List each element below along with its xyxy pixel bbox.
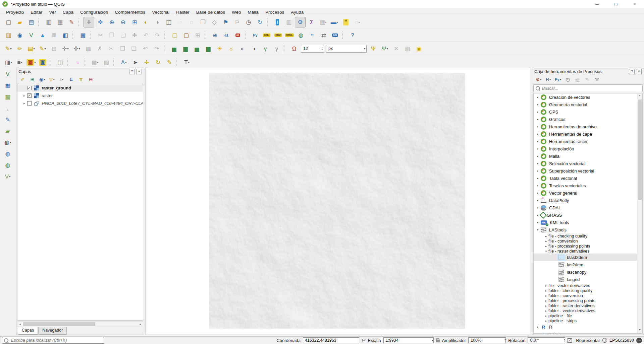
- toolbox-item-folder-checking-quality[interactable]: ▸folder - checking quality: [534, 288, 637, 293]
- scroll-left-icon[interactable]: ◂: [17, 323, 22, 326]
- filter-legend-dropdown-icon[interactable]: ▾: [53, 78, 54, 81]
- layer-item-raster[interactable]: ▸ ✓ raster: [17, 92, 143, 99]
- menu-ayuda[interactable]: Ayuda: [287, 9, 307, 15]
- open-attribute-table-dropdown-icon[interactable]: ▾: [325, 21, 327, 24]
- toolbox-vertical-scrollbar[interactable]: ▴ ▾: [637, 93, 642, 333]
- scroll-right-icon[interactable]: ▸: [138, 323, 143, 326]
- add-delimited-text-layer-icon[interactable]: ≣: [49, 30, 59, 41]
- kmz-export-icon[interactable]: KMZ: [273, 30, 283, 41]
- paste-features-edit-icon[interactable]: ❏: [128, 43, 139, 54]
- python-console-icon[interactable]: Py: [250, 30, 261, 41]
- add-vector-layer-icon[interactable]: V: [26, 30, 37, 41]
- toolbox-item-malla[interactable]: ▸Malla: [534, 152, 637, 160]
- select-features-icon[interactable]: ▥: [283, 17, 294, 27]
- expand-arrow-icon[interactable]: ▸: [544, 234, 548, 238]
- expand-arrow-icon[interactable]: ▸: [535, 191, 540, 195]
- coordinate-input[interactable]: [303, 337, 359, 343]
- layer-checkbox-unchecked[interactable]: ✓: [27, 101, 32, 106]
- pan-map-icon[interactable]: ✛: [84, 17, 94, 27]
- geometry-checker-icon[interactable]: ▣: [414, 43, 424, 54]
- add-record-icon[interactable]: ⊞: [49, 43, 59, 54]
- menu-malla[interactable]: Malla: [245, 9, 262, 15]
- raster-calculator-icon[interactable]: ▩▾: [90, 57, 100, 68]
- filter-legend-icon[interactable]: ▽▾: [47, 75, 56, 84]
- new-spatial-bookmark-icon[interactable]: ⚑: [220, 17, 231, 27]
- expand-arrow-icon[interactable]: ▸: [535, 184, 540, 187]
- expand-all-icon[interactable]: ⇊: [67, 75, 76, 84]
- expand-arrow-icon[interactable]: ▸: [544, 294, 548, 297]
- copy-features-icon[interactable]: ❐: [106, 30, 117, 41]
- open-attribute-table-icon[interactable]: ▦▾: [318, 17, 328, 27]
- add-xyz-layer-side-icon[interactable]: ◍: [2, 148, 13, 159]
- menu-base-de-datos[interactable]: Base de datos: [193, 9, 228, 15]
- expand-arrow-icon[interactable]: ▸: [535, 162, 540, 165]
- toolbox-item-gps[interactable]: ▸GPS: [534, 108, 637, 116]
- toolbox-item-pipeline-strips[interactable]: ▸pipeline - strips: [534, 318, 637, 323]
- data-source-manager-icon[interactable]: ▥: [3, 30, 14, 41]
- map-tips-icon[interactable]: ❝: [340, 17, 351, 27]
- metasearch-catalog-icon[interactable]: ◉: [14, 30, 25, 41]
- tab-capas[interactable]: Capas: [18, 327, 38, 335]
- expand-arrow-icon[interactable]: ▸: [535, 325, 540, 329]
- manage-map-themes-icon[interactable]: ◉▾: [38, 75, 47, 84]
- menu-configuracion[interactable]: Configuración: [77, 9, 111, 15]
- processing-options-icon[interactable]: ⚒: [592, 75, 601, 84]
- refresh-map-icon[interactable]: ↻: [255, 17, 265, 27]
- expand-arrow-icon[interactable]: ▸: [544, 319, 548, 323]
- measure-line-dropdown-icon[interactable]: ▾: [337, 21, 338, 24]
- zoom-last-icon[interactable]: ◌: [175, 17, 185, 27]
- change-label-icon[interactable]: ✎: [164, 57, 175, 68]
- extents-toggle-icon[interactable]: ✄: [362, 338, 366, 343]
- add-wms-layer-side-dropdown-icon[interactable]: ▾: [10, 141, 11, 144]
- qgis-web-plugin-icon[interactable]: GIS: [330, 30, 340, 41]
- expand-arrow-icon[interactable]: ▸: [544, 289, 548, 292]
- expand-arrow-icon[interactable]: ▸: [544, 304, 548, 307]
- toolbox-item-blast2dem[interactable]: blast2dem: [534, 254, 637, 261]
- expand-arrow-icon[interactable]: ▸: [535, 140, 540, 143]
- expand-arrow-icon[interactable]: ▸: [544, 239, 548, 243]
- toolbox-item-file-conversion[interactable]: ▸file - conversion: [534, 238, 637, 244]
- zoom-full-extent-icon[interactable]: ⊞: [129, 17, 140, 27]
- map-canvas[interactable]: [145, 68, 531, 335]
- toolbox-item-file-raster-derivatives[interactable]: ▾file - raster derivatives: [534, 249, 637, 254]
- toolbox-item-saga[interactable]: ▸SAGA: [534, 331, 637, 334]
- toolbox-item-lasgrid[interactable]: lasgrid: [534, 276, 637, 283]
- redo-edit-icon[interactable]: ↷: [151, 43, 162, 54]
- local-histogram-stretch-icon[interactable]: ▅: [169, 43, 179, 54]
- text-annotation-icon[interactable]: T▾: [181, 57, 192, 68]
- new-3d-map-view-icon[interactable]: ◇: [209, 17, 220, 27]
- crs-globe-icon[interactable]: [602, 338, 607, 343]
- zoom-out-icon[interactable]: ⊖: [118, 17, 128, 27]
- add-feature-icon[interactable]: ✚: [129, 30, 140, 41]
- lock-scale-icon[interactable]: [436, 340, 440, 342]
- expand-arrow-icon[interactable]: ▸: [535, 206, 540, 209]
- toolbox-item-herramientas-de-archivo[interactable]: ▸Herramientas de archivo: [534, 123, 637, 130]
- snapping-tolerance-spin[interactable]: 12▴▾: [301, 45, 324, 53]
- show-spatial-bookmarks-icon[interactable]: ⚐: [232, 17, 243, 27]
- cut-features-edit-icon[interactable]: ✂: [106, 43, 116, 54]
- toolbox-item-dataplotly[interactable]: ▸DataPlotly: [534, 197, 637, 204]
- new-geopackage-layer-icon[interactable]: ▢: [181, 30, 192, 41]
- zoom-next-icon[interactable]: ◌: [186, 17, 197, 27]
- close-toolbox-panel-button-icon[interactable]: ✕: [636, 69, 642, 74]
- menu-complementos[interactable]: Complementos: [111, 9, 149, 15]
- expand-arrow-icon[interactable]: ▸: [535, 333, 540, 334]
- add-delimited-text-layer-side-icon[interactable]: ,: [2, 103, 13, 114]
- rotation-spin[interactable]: 0.0 ° ▴▾: [528, 337, 565, 343]
- toolbox-item-creaci-n-de-vectores[interactable]: ▸Creación de vectores: [534, 93, 637, 101]
- scrollbar-thumb[interactable]: [638, 99, 642, 200]
- modify-attributes-icon[interactable]: ▦: [83, 43, 94, 54]
- increase-brightness-icon[interactable]: ☀: [214, 43, 225, 54]
- map-themes-icon[interactable]: ≡▾: [14, 57, 25, 68]
- help-contents-icon[interactable]: ?: [347, 30, 358, 41]
- digitize-with-segment-dropdown-icon[interactable]: ▾: [45, 47, 46, 50]
- zoom-to-selection-icon[interactable]: ◑: [152, 17, 163, 27]
- spin-arrows-icon[interactable]: ▴▾: [504, 339, 505, 342]
- save-layer-edits-icon[interactable]: ▤▾: [26, 43, 37, 54]
- self-snapping-icon[interactable]: ▨: [402, 43, 413, 54]
- local-cumulative-stretch-icon[interactable]: ▅: [192, 43, 202, 54]
- toolbox-item-folder-conversion[interactable]: ▸folder - conversion: [534, 293, 637, 298]
- layer-expand-arrow-icon[interactable]: ▸: [21, 94, 27, 97]
- layer-styling-panel-dropdown-icon[interactable]: ▾: [11, 61, 12, 64]
- deselect-all-icon[interactable]: ▣▾: [26, 57, 37, 68]
